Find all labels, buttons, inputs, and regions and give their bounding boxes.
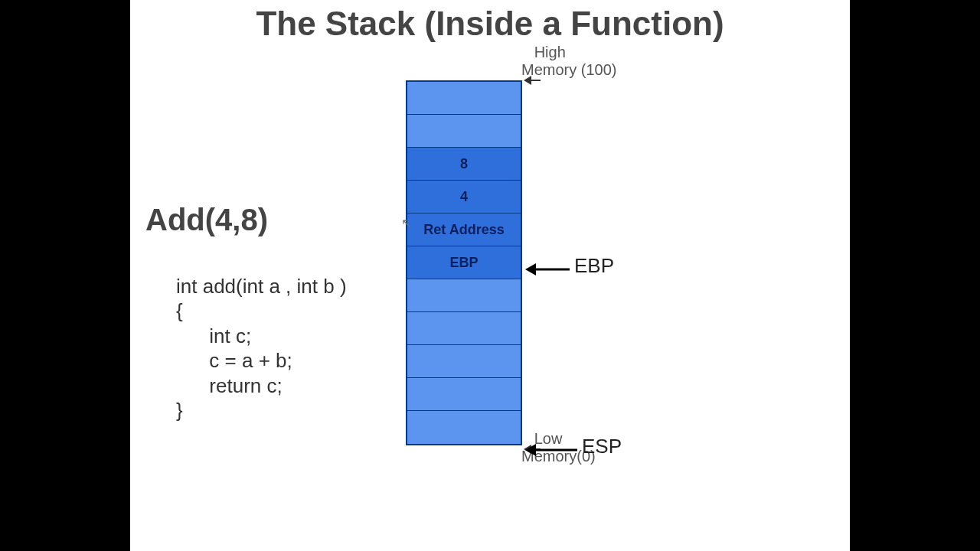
code-line: int c; xyxy=(176,324,251,347)
stack-cell xyxy=(407,115,521,148)
slide-area: The Stack (Inside a Function) Add(4,8) i… xyxy=(130,0,850,551)
code-line: } xyxy=(176,399,183,422)
high-memory-line1: High xyxy=(534,44,566,60)
code-block: int add(int a , int b ) { int c; c = a +… xyxy=(176,249,347,423)
stack-cell-arg: 4 xyxy=(407,181,521,214)
arrow-left-icon xyxy=(524,73,542,88)
svg-marker-7 xyxy=(525,444,536,456)
svg-marker-5 xyxy=(525,263,536,276)
ebp-pointer-label: EBP xyxy=(574,254,614,278)
function-call-header: Add(4,8) xyxy=(145,203,268,237)
stack-cell xyxy=(407,312,521,345)
stack-cell xyxy=(407,378,521,411)
code-line: c = a + b; xyxy=(176,349,292,372)
stack-cell-arg: 8 xyxy=(407,148,521,181)
code-line: { xyxy=(176,299,183,322)
code-line: int add(int a , int b ) xyxy=(176,275,347,298)
stack-cell xyxy=(407,82,521,115)
arrow-left-icon xyxy=(525,260,571,279)
stack-cell xyxy=(407,411,521,444)
esp-pointer-label: ESP xyxy=(582,435,622,458)
svg-marker-1 xyxy=(524,76,531,85)
stack-diagram: 8 4 Ret Address EBP xyxy=(406,80,522,445)
arrow-left-icon xyxy=(525,441,579,459)
stack-cell xyxy=(407,345,521,378)
stack-cell-ebp: EBP xyxy=(407,246,521,279)
code-line: return c; xyxy=(176,374,283,397)
stack-cell-ret: Ret Address xyxy=(407,214,521,246)
stack-cell xyxy=(407,279,521,312)
cursor-icon: ↖ xyxy=(401,216,411,230)
slide-title: The Stack (Inside a Function) xyxy=(130,5,850,43)
